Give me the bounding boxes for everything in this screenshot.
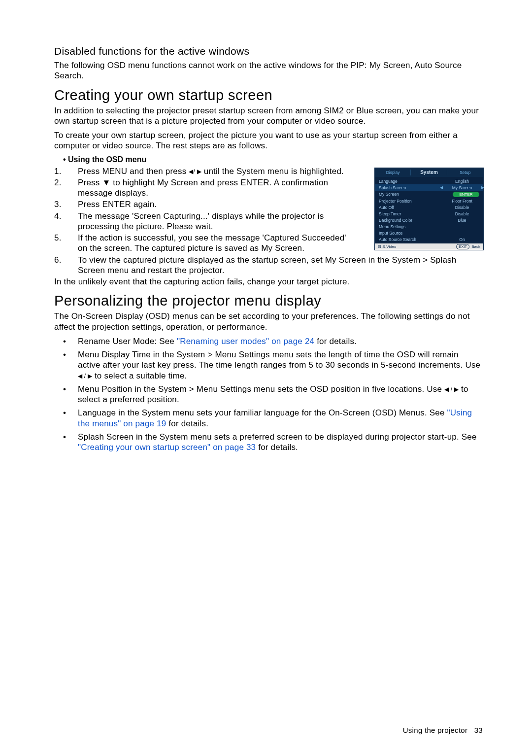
link-renaming-user-modes[interactable]: "Renaming user modes" on page 24	[177, 337, 314, 346]
bullet-rename-user-mode: Rename User Mode: See "Renaming user mod…	[54, 336, 483, 346]
paragraph: In addition to selecting the projector p…	[54, 105, 483, 127]
bullet-menu-display-time: Menu Display Time in the System > Menu S…	[54, 349, 483, 381]
bullet-splash-screen: Splash Screen in the System menu sets a …	[54, 432, 483, 453]
steps-list-continued: 6.To view the captured picture displayed…	[54, 255, 483, 276]
bullet-menu-position: Menu Position in the System > Menu Setti…	[54, 384, 483, 405]
step-3: 3. Press ENTER again.	[54, 199, 483, 209]
heading-creating-startup: Creating your own startup screen	[54, 87, 483, 103]
heading-disabled-functions: Disabled functions for the active window…	[54, 45, 483, 57]
step-6: 6.To view the captured picture displayed…	[54, 255, 483, 276]
step-4: 4.The message 'Screen Capturing...' disp…	[54, 211, 483, 232]
bullet-language: Language in the System menu sets your fa…	[54, 408, 483, 429]
paragraph: To create your own startup screen, proje…	[54, 130, 483, 151]
page-footer: Using the projector 33	[403, 726, 483, 734]
paragraph: The following OSD menu functions cannot …	[54, 60, 483, 81]
step-2: 2.Press ▼ to highlight My Screen and pre…	[54, 177, 483, 199]
page-number: 33	[474, 726, 483, 734]
link-creating-startup-screen[interactable]: "Creating your own startup screen" on pa…	[78, 443, 256, 452]
heading-personalizing: Personalizing the projector menu display	[54, 293, 483, 309]
paragraph: The On-Screen Display (OSD) menus can be…	[54, 311, 483, 332]
subheading-using-osd: • Using the OSD menu	[54, 155, 483, 164]
left-right-arrow-icon: ◀ / ▶	[78, 373, 92, 380]
paragraph: In the unlikely event that the capturing…	[54, 276, 483, 287]
document-page: Disabled functions for the active window…	[0, 0, 532, 756]
step-1: 1. Press MENU and then press ◀/ ▶ until …	[54, 166, 483, 176]
step-5: 5.If the action is successful, you see t…	[54, 233, 483, 254]
bullet-list: Rename User Mode: See "Renaming user mod…	[54, 336, 483, 453]
left-right-arrow-icon: ◀ / ▶	[444, 386, 459, 393]
left-right-arrow-icon: ◀/ ▶	[189, 168, 201, 175]
